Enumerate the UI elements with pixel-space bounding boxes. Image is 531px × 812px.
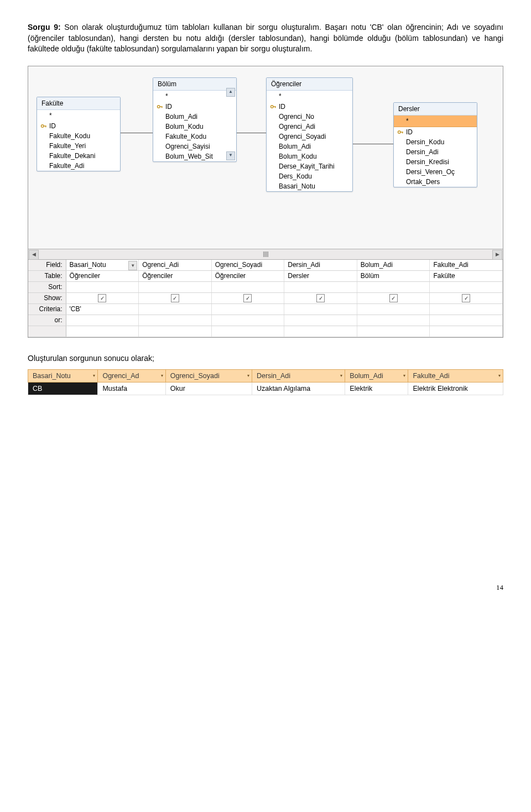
grid-cell-or[interactable] [212, 315, 285, 326]
grid-cell-sort[interactable] [284, 282, 357, 292]
grid-cell-sort[interactable] [139, 282, 212, 292]
grid-cell-field[interactable]: Ogrenci_Adi [139, 260, 212, 270]
field-row[interactable]: Bolum_Web_Sit [153, 151, 236, 161]
checkbox-icon[interactable]: ✓ [389, 294, 398, 302]
grid-cell-criteria[interactable] [284, 304, 357, 315]
grid-cell-blank[interactable] [139, 326, 212, 337]
grid-cell-table[interactable]: Öğrenciler [212, 271, 285, 281]
checkbox-icon[interactable]: ✓ [462, 294, 470, 302]
grid-cell-sort[interactable] [430, 282, 503, 292]
grid-cell-blank[interactable] [430, 326, 503, 337]
sort-arrow-icon[interactable]: ▾ [403, 373, 405, 378]
grid-cell-field[interactable]: Basari_Notu▼ [66, 260, 139, 270]
grid-cell-show[interactable]: ✓ [284, 293, 357, 303]
field-row[interactable]: Bolum_Kodu [267, 151, 352, 161]
grid-cell-show[interactable]: ✓ [66, 293, 139, 303]
field-row[interactable]: Ogrenci_Adi [267, 122, 352, 132]
field-row[interactable]: Bolum_Adi [153, 112, 236, 122]
field-row[interactable]: Dersin_Kredisi [394, 157, 477, 167]
result-cell[interactable]: Okur [165, 383, 252, 395]
scroll-left-icon[interactable]: ◀ [29, 250, 39, 260]
result-cell[interactable]: Uzaktan Algılama [252, 383, 345, 395]
star-row[interactable]: * [267, 91, 352, 102]
grid-cell-blank[interactable] [284, 326, 357, 337]
grid-cell-table[interactable]: Öğrenciler [66, 271, 139, 281]
star-row[interactable]: * [153, 91, 236, 102]
result-header[interactable]: Dersin_Adi▾ [252, 370, 345, 383]
table-bolum[interactable]: Bölüm * IDBolum_AdiBolum_KoduFakulte_Kod… [153, 77, 237, 162]
grid-cell-field[interactable]: Fakulte_Adi [430, 260, 503, 270]
star-row[interactable]: * [37, 110, 120, 121]
result-header[interactable]: Fakulte_Adi▾ [408, 370, 503, 383]
grid-cell-or[interactable] [430, 315, 503, 326]
field-row[interactable]: Dersin_Kodu [394, 137, 477, 147]
scroll-right-icon[interactable]: ▶ [492, 250, 502, 260]
grid-cell-criteria[interactable] [212, 304, 285, 315]
dropdown-icon[interactable]: ▼ [128, 261, 137, 270]
qbe-grid[interactable]: Field: Basari_Notu▼Ogrenci_AdiOgrenci_So… [28, 260, 503, 337]
grid-cell-criteria[interactable] [357, 304, 430, 315]
sort-arrow-icon[interactable]: ▾ [340, 373, 342, 378]
grid-cell-sort[interactable] [66, 282, 139, 292]
grid-cell-show[interactable]: ✓ [139, 293, 212, 303]
checkbox-icon[interactable]: ✓ [98, 294, 106, 302]
pane-splitter-icon[interactable] [257, 252, 274, 257]
grid-cell-sort[interactable] [212, 282, 285, 292]
grid-cell-or[interactable] [66, 315, 139, 326]
grid-cell-criteria[interactable] [139, 304, 212, 315]
table-row[interactable]: CBMustafaOkurUzaktan AlgılamaElektrikEle… [28, 383, 503, 395]
scroll-down-icon[interactable]: ▼ [226, 151, 235, 160]
grid-cell-show[interactable]: ✓ [212, 293, 285, 303]
sort-arrow-icon[interactable]: ▾ [247, 373, 249, 378]
grid-cell-or[interactable] [284, 315, 357, 326]
grid-cell-blank[interactable] [66, 326, 139, 337]
result-cell[interactable]: Elektrik Elektronik [408, 383, 503, 395]
grid-cell-table[interactable]: Fakülte [430, 271, 503, 281]
grid-cell-field[interactable]: Dersin_Adi [284, 260, 357, 270]
field-row[interactable]: Ortak_Ders [394, 177, 477, 187]
field-row[interactable]: ID [267, 102, 352, 112]
grid-cell-table[interactable]: Bölüm [357, 271, 430, 281]
grid-cell-field[interactable]: Bolum_Adi [357, 260, 430, 270]
field-row[interactable]: Ogrenci_Sayisi [153, 142, 236, 151]
grid-cell-table[interactable]: Dersler [284, 271, 357, 281]
field-row[interactable]: ID [394, 127, 477, 137]
result-header[interactable]: Bolum_Adi▾ [345, 370, 408, 383]
field-row[interactable]: Fakulte_Kodu [153, 132, 236, 142]
sort-arrow-icon[interactable]: ▾ [93, 373, 95, 378]
tables-pane[interactable]: Fakülte * IDFakulte_KoduFakulte_YeriFaku… [28, 66, 503, 249]
field-row[interactable]: Ogrenci_No [267, 112, 352, 122]
grid-cell-field[interactable]: Ogrenci_Soyadi [212, 260, 285, 270]
field-row[interactable]: Ogrenci_Soyadi [267, 132, 352, 142]
checkbox-icon[interactable]: ✓ [316, 294, 325, 302]
grid-cell-table[interactable]: Öğrenciler [139, 271, 212, 281]
grid-cell-show[interactable]: ✓ [430, 293, 503, 303]
grid-cell-or[interactable] [357, 315, 430, 326]
star-row-selected[interactable]: * [394, 116, 477, 127]
tables-hscroll[interactable]: ◀ ▶ [28, 249, 503, 260]
field-row[interactable]: Dersin_Adi [394, 147, 477, 157]
field-row[interactable]: Basari_Notu [267, 181, 352, 191]
grid-cell-criteria[interactable]: 'CB' [66, 304, 139, 315]
grid-cell-sort[interactable] [357, 282, 430, 292]
sort-arrow-icon[interactable]: ▾ [498, 373, 501, 378]
field-row[interactable]: Fakulte_Kodu [37, 131, 120, 141]
result-header[interactable]: Ogrenci_Soyadi▾ [165, 370, 252, 383]
result-cell[interactable]: Elektrik [345, 383, 408, 395]
field-row[interactable]: Fakulte_Adi [37, 161, 120, 171]
field-row[interactable]: ID [37, 121, 120, 131]
grid-cell-criteria[interactable] [430, 304, 503, 315]
grid-cell-show[interactable]: ✓ [357, 293, 430, 303]
result-header[interactable]: Basari_Notu▾ [28, 370, 98, 383]
field-row[interactable]: Dersi_Veren_Oç [394, 167, 477, 177]
field-row[interactable]: Bolum_Kodu [153, 122, 236, 132]
field-row[interactable]: Ders_Kodu [267, 171, 352, 181]
result-cell[interactable]: Mustafa [98, 383, 165, 395]
field-row[interactable]: ID [153, 102, 236, 112]
field-row[interactable]: Bolum_Adi [267, 142, 352, 151]
result-header[interactable]: Ogrenci_Ad▾ [98, 370, 165, 383]
result-cell[interactable]: CB [28, 383, 98, 395]
table-ogrenciler[interactable]: Öğrenciler * IDOgrenci_NoOgrenci_AdiOgre… [266, 77, 353, 192]
checkbox-icon[interactable]: ✓ [243, 294, 252, 302]
table-fakulte[interactable]: Fakülte * IDFakulte_KoduFakulte_YeriFaku… [37, 97, 121, 171]
